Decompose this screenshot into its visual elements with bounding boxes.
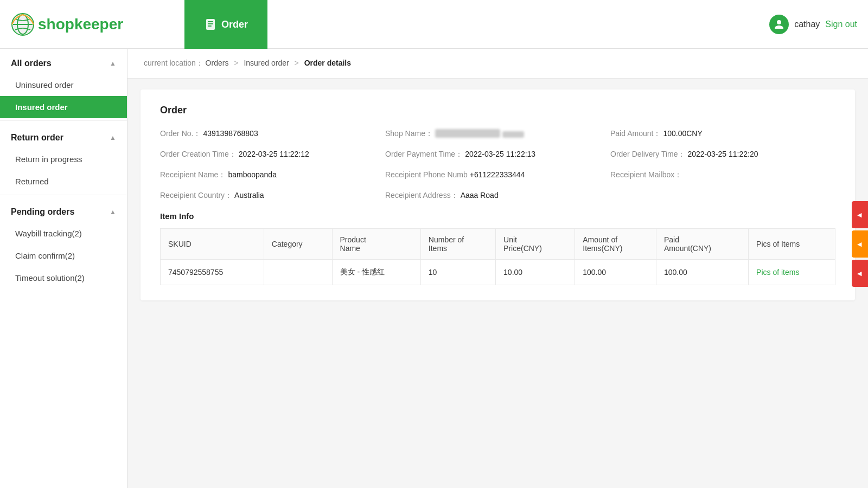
cell-unit-price: 10.00 [496,260,575,285]
header: shopkeeper Order cathay Sign out [0,0,868,49]
breadcrumb-order-details: Order details [304,59,351,67]
breadcrumb-orders[interactable]: Orders [206,59,229,67]
sidebar-all-orders-header[interactable]: All orders ▲ [0,49,127,74]
recipient-phone-cell: Receipient Phone Numb +611222333444 [385,170,610,179]
order-creation-time-label: Order Creation Time： [160,150,237,159]
cell-skuid: 7450792558755 [161,260,264,285]
sidebar: All orders ▲ Uninsured order Insured ord… [0,49,127,488]
cell-product-name: 美女 - 性感红 [332,260,420,285]
order-icon [204,18,217,31]
recipient-address-label: Receipient Address： [385,191,458,201]
order-payment-time-label: Order Payment Time： [385,150,463,159]
order-card: Order Order No.： 4391398768803 Shop Name… [141,89,855,300]
nav-order-button[interactable]: Order [184,0,267,49]
order-no-value: 4391398768803 [203,129,258,138]
logo-icon [11,12,35,36]
shop-name-blurred [435,129,500,138]
order-creation-time-value: 2022-03-25 11:22:12 [239,150,309,158]
pics-of-items-link[interactable]: Pics of items [756,268,799,277]
order-creation-time-cell: Order Creation Time： 2022-03-25 11:22:12 [160,150,385,159]
all-orders-chevron-icon: ▲ [110,60,116,67]
order-delivery-time-cell: Order Delivery Time： 2022-03-25 11:22:20 [610,150,835,159]
col-skuid: SKUID [161,229,264,260]
order-no-label: Order No.： [160,129,201,139]
sidebar-item-return-in-progress[interactable]: Return in progress [0,148,127,170]
recipient-address-value: Aaaa Road [461,191,499,200]
floating-btn-3[interactable]: ◀ [852,260,868,287]
recipient-country-cell: Receipient Country： Australia [160,191,385,201]
recipient-name-cell: Receipient Name： bamboopanda [160,170,385,180]
order-section-title: Order [160,105,835,116]
sidebar-item-returned[interactable]: Returned [0,170,127,192]
sidebar-divider-1 [0,120,127,121]
nav-order-label: Order [221,19,248,30]
svg-rect-4 [208,21,213,22]
pending-orders-chevron-icon: ▲ [110,208,116,216]
cell-amount-of-items: 100.00 [575,260,656,285]
sidebar-item-claim-confirm[interactable]: Claim confirm(2) [0,245,127,267]
breadcrumb-sep-1: > [234,59,240,67]
signout-button[interactable]: Sign out [825,20,857,29]
recipient-name-value: bamboopanda [228,170,277,179]
sidebar-item-waybill-tracking[interactable]: Waybill tracking(2) [0,222,127,245]
item-info-title: Item Info [160,211,835,221]
main-content: current location： Orders > Insured order… [127,49,868,488]
order-payment-time-cell: Order Payment Time： 2022-03-25 11:22:13 [385,150,610,159]
order-info-row-2: Order Creation Time： 2022-03-25 11:22:12… [160,150,835,159]
order-delivery-time-label: Order Delivery Time： [610,150,685,159]
breadcrumb-prefix: current location： [144,59,203,67]
breadcrumb-sep-2: > [295,59,301,67]
order-delivery-time-value: 2022-03-25 11:22:20 [687,150,758,158]
recipient-country-value: Australia [234,191,264,200]
paid-amount-value: 100.00CNY [663,129,702,138]
return-order-chevron-icon: ▲ [110,134,116,142]
col-number-of-items: Number ofItems [420,229,495,260]
col-pics-of-items: Pics of Items [749,229,835,260]
cell-number-of-items: 10 [420,260,495,285]
sidebar-pending-orders-header[interactable]: Pending orders ▲ [0,197,127,222]
cell-paid-amount: 100.00 [656,260,748,285]
order-info-row-3: Receipient Name： bamboopanda Receipient … [160,170,835,180]
order-payment-time-value: 2022-03-25 11:22:13 [465,150,535,158]
shop-name-label: Shop Name： [385,129,433,139]
order-info-row-1: Order No.： 4391398768803 Shop Name： Paid… [160,129,835,139]
col-category: Category [264,229,332,260]
layout: All orders ▲ Uninsured order Insured ord… [0,49,868,488]
breadcrumb-insured-order[interactable]: Insured order [244,59,289,67]
shop-name-blurred-small [502,131,524,138]
col-product-name: ProductName [332,229,420,260]
recipient-address-cell: Receipient Address： Aaaa Road [385,191,835,201]
recipient-phone-label: Receipient Phone Numb [385,170,468,179]
floating-btn-1[interactable]: ◀ [852,201,868,228]
recipient-country-label: Receipient Country： [160,191,232,201]
recipient-phone-value: +611222333444 [470,170,525,179]
col-paid-amount: PaidAmount(CNY) [656,229,748,260]
sidebar-return-order-header[interactable]: Return order ▲ [0,123,127,148]
table-header: SKUID Category ProductName Number ofItem… [161,229,835,260]
username-label: cathay [794,20,820,29]
shop-name-cell: Shop Name： [385,129,610,139]
paid-amount-label: Paid Amount： [610,129,661,139]
col-unit-price: UnitPrice(CNY) [496,229,575,260]
recipient-mailbox-label: Receipient Mailbox： [610,170,682,180]
cell-category [264,260,332,285]
recipient-mailbox-cell: Receipient Mailbox： [610,170,835,180]
sidebar-item-uninsured-order[interactable]: Uninsured order [0,74,127,96]
svg-rect-5 [208,23,213,24]
recipient-name-label: Receipient Name： [160,170,226,180]
cell-pics-of-items[interactable]: Pics of items [749,260,835,285]
floating-buttons: ◀ ◀ ◀ [852,201,868,287]
sidebar-divider-2 [0,195,127,195]
col-amount-of-items: Amount ofItems(CNY) [575,229,656,260]
sidebar-item-insured-order[interactable]: Insured order [0,96,127,118]
order-no-cell: Order No.： 4391398768803 [160,129,385,139]
return-order-label: Return order [11,133,63,143]
order-table: SKUID Category ProductName Number ofItem… [160,228,835,285]
sidebar-item-timeout-solution[interactable]: Timeout solution(2) [0,267,127,289]
logo-text: shopkeeper [38,16,123,33]
svg-point-7 [777,20,781,24]
floating-btn-2[interactable]: ◀ [852,230,868,258]
paid-amount-cell: Paid Amount： 100.00CNY [610,129,835,139]
table-body: 7450792558755 美女 - 性感红 10 10.00 100.00 1… [161,260,835,285]
all-orders-label: All orders [11,59,52,68]
